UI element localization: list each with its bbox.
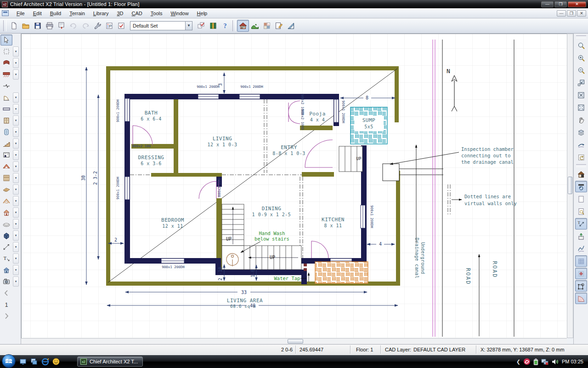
preferences-check[interactable] [115, 20, 127, 32]
floor-indicator[interactable]: 1 [0, 299, 12, 310]
antivirus-tray-icon[interactable] [523, 358, 531, 365]
cabinet-tool-flyout-arrow[interactable]: ▾ [13, 115, 19, 126]
horizontal-scroll-thumb[interactable] [288, 339, 303, 344]
floor-up[interactable] [0, 310, 12, 322]
wall-framing-tool-flyout-arrow[interactable]: ▾ [13, 173, 19, 183]
library-browser[interactable] [207, 20, 219, 32]
edit-area[interactable] [575, 139, 587, 150]
dormer-tool-flyout-arrow[interactable]: ▾ [13, 207, 19, 218]
auto-rebuild[interactable] [575, 181, 587, 192]
menu-3d[interactable]: 3D [113, 10, 127, 17]
mdi-minimize-button[interactable]: — [557, 10, 566, 17]
volume-tray-icon[interactable] [552, 358, 559, 365]
restore-button[interactable]: ❐ [554, 1, 567, 7]
restore-view[interactable] [575, 151, 587, 163]
vertical-scrollbar[interactable] [567, 34, 573, 338]
camera-view-tool-flyout-arrow[interactable]: ▾ [13, 265, 19, 275]
toggle-controls[interactable] [195, 20, 207, 32]
combo-dropdown-arrow[interactable]: ▼ [185, 22, 192, 30]
mdi-close-button[interactable]: ✕ [577, 10, 586, 17]
undo[interactable] [68, 20, 79, 32]
floor-framing-tool-flyout-arrow[interactable]: ▾ [13, 184, 19, 195]
send-to-layout[interactable] [56, 20, 68, 32]
zoom-in[interactable] [575, 52, 587, 63]
switch-windows-icon[interactable] [29, 357, 39, 366]
close-button[interactable]: ✕ [568, 1, 586, 7]
fixture-tool-flyout-arrow[interactable]: ▾ [13, 150, 19, 160]
electrical-tool-flyout-arrow[interactable]: ▾ [13, 127, 19, 137]
spline-tool[interactable] [575, 243, 587, 254]
window-tool-flyout-arrow[interactable]: ▾ [13, 104, 19, 114]
room-tool[interactable] [0, 46, 12, 57]
fixture-tool[interactable] [0, 150, 12, 161]
straight-wall-tool-flyout-arrow[interactable]: ▾ [13, 69, 19, 80]
show-desktop-icon[interactable] [18, 357, 28, 366]
dimension-tool[interactable] [0, 242, 12, 253]
vertical-scroll-thumb[interactable] [568, 177, 572, 194]
style-combo[interactable]: Default Set ▼ [130, 21, 192, 30]
start-button[interactable] [2, 354, 16, 368]
electrical-tool[interactable] [0, 126, 12, 138]
angle-snaps[interactable] [575, 293, 587, 304]
central-stairs[interactable] [222, 204, 244, 246]
menu-file[interactable]: File [12, 10, 29, 17]
primitive-box-tool[interactable] [0, 230, 12, 241]
minimize-button[interactable]: — [541, 1, 554, 7]
menu-terrain[interactable]: Terrain [65, 10, 89, 17]
clock[interactable]: PM 03:25 [562, 359, 583, 364]
door-tool[interactable] [0, 92, 12, 103]
taskbar-app-button[interactable]: x2 Chief Architect X2 T... [77, 356, 143, 367]
floor-down[interactable] [0, 288, 12, 299]
battery-tray-icon[interactable] [533, 358, 538, 365]
blank-sheet[interactable] [575, 193, 587, 205]
porch-paving[interactable] [315, 262, 368, 283]
room-tool-flyout-arrow[interactable]: ▾ [13, 46, 19, 57]
primitive-box-tool-flyout-arrow[interactable]: ▾ [13, 230, 19, 241]
roof-framing-tool-flyout-arrow[interactable]: ▾ [13, 196, 19, 206]
menu-edit[interactable]: Edit [29, 10, 46, 17]
internet-explorer-icon[interactable] [40, 357, 50, 366]
text-tool-flyout-arrow[interactable]: ▾ [13, 253, 19, 264]
camera-view-tool[interactable] [0, 264, 12, 276]
new-file[interactable] [8, 20, 20, 32]
terrain-tool-flyout-arrow[interactable]: ▾ [13, 219, 19, 229]
undo-zoom[interactable] [575, 77, 587, 88]
color-toggle[interactable] [575, 168, 587, 180]
grid-display[interactable] [575, 255, 587, 267]
drawing-canvas[interactable]: BATH 6 x 6-4 DRESSING 6 x 3-6 LIVING 12 … [21, 34, 567, 338]
cabinet-tool[interactable] [0, 115, 12, 126]
stairs-tool-flyout-arrow[interactable]: ▾ [13, 138, 19, 149]
terrain-tool[interactable] [0, 218, 12, 230]
curved-wall-tool[interactable] [0, 58, 12, 69]
menu-help[interactable]: Help [193, 10, 212, 17]
stairs-tool[interactable] [0, 138, 12, 149]
terrain-view[interactable] [249, 20, 261, 32]
export-tool[interactable] [575, 230, 587, 242]
dimension-tool-flyout-arrow[interactable]: ▾ [13, 242, 19, 252]
open-folder[interactable] [20, 20, 32, 32]
messenger-icon[interactable] [51, 357, 61, 366]
print[interactable] [44, 20, 56, 32]
layer-display[interactable] [575, 126, 587, 138]
text-tool[interactable]: T [0, 253, 12, 264]
network-tray-icon[interactable] [541, 358, 549, 365]
dormer-tool[interactable] [0, 207, 12, 218]
zoom-tool[interactable] [575, 40, 587, 51]
menu-cad[interactable]: CAD [128, 10, 147, 17]
roof-tool-flyout-arrow[interactable]: ▾ [13, 161, 19, 172]
plan-database[interactable]: P [103, 20, 115, 32]
layout-view[interactable] [273, 20, 285, 32]
window-tool[interactable] [0, 104, 12, 115]
zoom-out[interactable] [575, 64, 587, 76]
mdi-restore-button[interactable]: ❐ [567, 10, 576, 17]
mdi-child-icon[interactable] [2, 10, 9, 16]
tray-expand-icon[interactable]: ❮ [516, 359, 520, 365]
curved-wall-tool-flyout-arrow[interactable]: ▾ [13, 58, 19, 68]
pan-tool[interactable] [575, 114, 587, 126]
help[interactable]: ? [219, 20, 231, 32]
menu-tools[interactable]: Tools [147, 10, 167, 17]
materials-view[interactable] [261, 20, 273, 32]
cad-detail-view[interactable] [285, 20, 297, 32]
door-tool-flyout-arrow[interactable]: ▾ [13, 92, 19, 103]
wall-framing-tool[interactable] [0, 172, 12, 184]
